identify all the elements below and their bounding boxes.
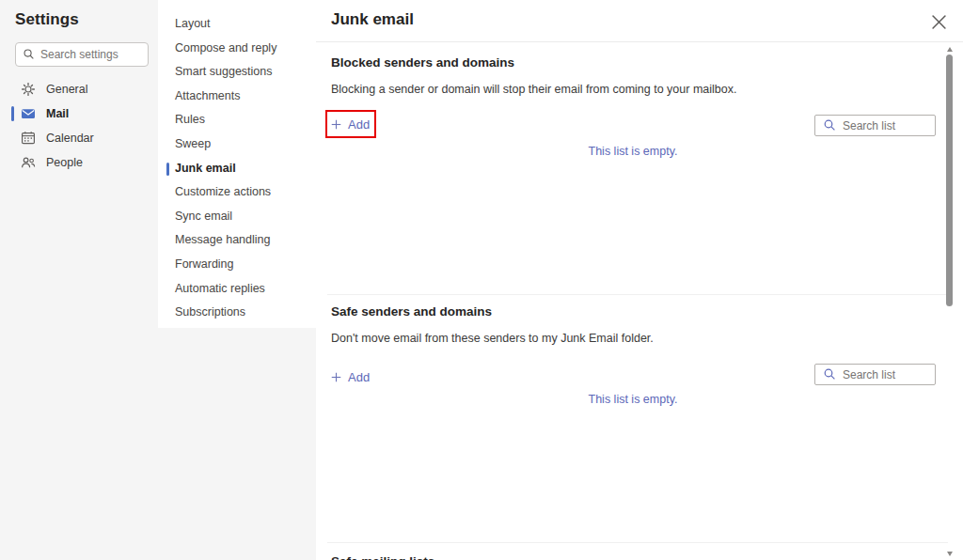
search-icon	[23, 48, 35, 60]
sidebar-item-label: Calendar	[46, 132, 94, 145]
nav-item-customize-actions[interactable]: Customize actions	[158, 180, 316, 205]
settings-title: Settings	[15, 10, 79, 29]
search-icon	[823, 118, 836, 132]
nav-item-subscriptions[interactable]: Subscriptions	[158, 301, 316, 325]
people-icon	[21, 155, 36, 170]
blocked-senders-description: Blocking a sender or domain will stop th…	[331, 83, 736, 96]
scrollbar-thumb[interactable]	[946, 54, 953, 306]
nav-item-label: Junk email	[175, 162, 236, 175]
header-divider	[316, 41, 963, 42]
section-divider	[327, 542, 948, 543]
safe-senders-description: Don't move email from these senders to m…	[331, 332, 654, 345]
sidebar-item-label: Mail	[46, 107, 69, 120]
nav-item-attachments[interactable]: Attachments	[158, 85, 316, 109]
nav-item-rules[interactable]: Rules	[158, 108, 316, 132]
add-button-label: Add	[348, 370, 370, 384]
settings-sidebar: Settings General	[0, 0, 158, 560]
sidebar-item-mail[interactable]: Mail	[0, 101, 158, 126]
scrollbar-down-arrow[interactable]	[947, 552, 953, 556]
sidebar-categories: General Mail	[0, 77, 158, 175]
nav-item-smart-suggestions[interactable]: Smart suggestions	[158, 60, 316, 85]
sidebar-item-people[interactable]: People	[0, 150, 158, 175]
sidebar-item-label: People	[46, 156, 83, 169]
scrollbar-up-arrow[interactable]	[947, 47, 953, 52]
close-icon	[932, 15, 946, 29]
nav-item-layout[interactable]: Layout	[158, 12, 316, 37]
mail-settings-nav-list: Layout Compose and reply Smart suggestio…	[158, 0, 316, 325]
settings-window: Settings General	[0, 0, 963, 560]
sidebar-item-label: General	[46, 83, 87, 96]
plus-icon	[331, 372, 341, 382]
sidebar-item-calendar[interactable]: Calendar	[0, 126, 158, 150]
mail-settings-nav-card: Layout Compose and reply Smart suggestio…	[158, 0, 316, 328]
safe-list-empty-text: This list is empty.	[331, 393, 935, 406]
close-button[interactable]	[927, 10, 950, 33]
safe-senders-heading: Safe senders and domains	[331, 304, 492, 319]
nav-item-junk-email[interactable]: Junk email	[158, 157, 316, 181]
sidebar-item-general[interactable]: General	[0, 77, 158, 101]
page-title: Junk email	[331, 10, 414, 29]
nav-item-sync-email[interactable]: Sync email	[158, 205, 316, 229]
search-icon	[823, 367, 836, 381]
safe-mailing-lists-heading-clipped: Safe mailing lists	[331, 554, 434, 560]
add-button-label: Add	[348, 117, 370, 132]
plus-icon	[331, 119, 341, 130]
mail-settings-nav: Layout Compose and reply Smart suggestio…	[158, 0, 316, 560]
calendar-icon	[21, 131, 36, 146]
mail-icon	[21, 106, 36, 121]
nav-item-compose-and-reply[interactable]: Compose and reply	[158, 37, 316, 61]
blocked-list-search	[814, 115, 936, 136]
blocked-list-empty-text: This list is empty.	[331, 145, 935, 158]
settings-search-input[interactable]	[15, 42, 149, 67]
gear-icon	[21, 82, 36, 97]
nav-item-sweep[interactable]: Sweep	[158, 132, 316, 157]
junk-email-panel: Junk email Blocked senders and domains B…	[316, 0, 963, 560]
selection-indicator	[11, 106, 14, 121]
add-blocked-sender-button[interactable]: Add	[331, 115, 370, 133]
selection-indicator	[166, 163, 169, 176]
section-divider	[327, 294, 948, 295]
add-safe-sender-button[interactable]: Add	[331, 367, 370, 386]
nav-item-message-handling[interactable]: Message handling	[158, 228, 316, 253]
nav-item-forwarding[interactable]: Forwarding	[158, 253, 316, 277]
settings-search	[15, 42, 149, 67]
blocked-senders-heading: Blocked senders and domains	[331, 55, 514, 70]
safe-list-search	[814, 364, 936, 385]
nav-item-automatic-replies[interactable]: Automatic replies	[158, 277, 316, 302]
